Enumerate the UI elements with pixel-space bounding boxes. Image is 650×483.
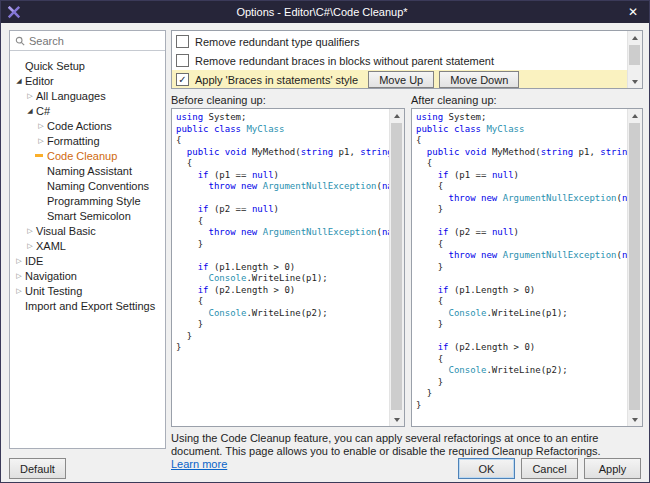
tree-item-label: Formatting <box>47 135 100 147</box>
before-code: using System;public class MyClass{ publi… <box>172 109 389 426</box>
checkbox-unchecked-icon[interactable] <box>176 35 189 48</box>
search-icon <box>15 36 25 46</box>
scroll-up-icon[interactable] <box>628 31 642 44</box>
tree-item-label: Code Actions <box>47 120 112 132</box>
tree-item-formatting[interactable]: ▷Formatting <box>10 133 165 148</box>
scrollbar-thumb[interactable] <box>629 123 640 410</box>
tree-collapsed-icon[interactable]: ▷ <box>24 227 36 235</box>
before-scrollbar[interactable] <box>389 109 404 426</box>
tree-collapsed-icon[interactable]: ▷ <box>13 257 25 265</box>
tree-item-label: C# <box>36 105 50 117</box>
before-panel-label: Before cleaning up: <box>171 94 266 106</box>
tree-item-import-and-export-settings[interactable]: Import and Export Settings <box>10 298 165 313</box>
dialog-button-row: OK Cancel Apply <box>458 458 641 479</box>
tree-item-quick-setup[interactable]: Quick Setup <box>10 58 165 73</box>
rule-label: Remove redundant braces in blocks withou… <box>195 55 494 67</box>
tree-item-label: Visual Basic <box>36 225 96 237</box>
rules-scrollbar[interactable] <box>627 31 642 88</box>
tree-item-label: XAML <box>36 240 66 252</box>
tree-item-code-actions[interactable]: ▷Code Actions <box>10 118 165 133</box>
tree-collapsed-icon[interactable]: ▷ <box>13 287 25 295</box>
tree-item-navigation[interactable]: ▷Navigation <box>10 268 165 283</box>
tree-item-label: Navigation <box>25 270 77 282</box>
tree-item-ide[interactable]: ▷IDE <box>10 253 165 268</box>
after-panel-label: After cleaning up: <box>411 94 497 106</box>
scrollbar-thumb[interactable] <box>629 45 640 65</box>
tree-item-programming-style[interactable]: Programming Style <box>10 193 165 208</box>
tree-item-all-languages[interactable]: ▷All Languages <box>10 88 165 103</box>
options-dialog: Options - Editor\C#\Code Cleanup* ✕ Quic… <box>0 0 650 483</box>
rule-label: Remove redundant type qualifiers <box>195 36 359 48</box>
tree-collapsed-icon[interactable]: ▷ <box>35 137 47 145</box>
tree-item-label: Naming Assistant <box>47 165 132 177</box>
tree-expanded-icon[interactable]: ◢ <box>13 77 25 85</box>
scroll-down-icon[interactable] <box>628 75 642 88</box>
tree-item-visual-basic[interactable]: ▷Visual Basic <box>10 223 165 238</box>
after-code: using System;public class MyClass{ publi… <box>412 109 627 426</box>
tree-item-editor[interactable]: ◢Editor <box>10 73 165 88</box>
tree-item-label: All Languages <box>36 90 106 102</box>
rule-row[interactable]: Remove redundant type qualifiers <box>172 32 627 51</box>
scroll-down-icon[interactable] <box>628 413 642 426</box>
before-code-panel: using System;public class MyClass{ publi… <box>171 108 405 427</box>
learn-more-link[interactable]: Learn more <box>171 458 227 471</box>
tree-item-label: Editor <box>25 75 54 87</box>
rule-row[interactable]: Remove redundant braces in blocks withou… <box>172 51 627 70</box>
rule-row[interactable]: ✓Apply 'Braces in statements' styleMove … <box>172 70 627 88</box>
tree-item-label: Programming Style <box>47 195 141 207</box>
tree-item-c#[interactable]: ◢C# <box>10 103 165 118</box>
description-text: Using the Code Cleanup feature, you can … <box>171 432 601 457</box>
move-up-button[interactable]: Move Up <box>368 71 434 88</box>
after-scrollbar[interactable] <box>627 109 642 426</box>
tree-item-unit-testing[interactable]: ▷Unit Testing <box>10 283 165 298</box>
tree-expanded-icon[interactable]: ◢ <box>24 107 36 115</box>
search-input[interactable] <box>29 35 160 47</box>
scrollbar-thumb[interactable] <box>391 123 402 410</box>
selected-item-marker <box>35 154 47 157</box>
tree-item-xaml[interactable]: ▷XAML <box>10 238 165 253</box>
tree-item-naming-conventions[interactable]: Naming Conventions <box>10 178 165 193</box>
tree-collapsed-icon[interactable]: ▷ <box>35 122 47 130</box>
scroll-up-icon[interactable] <box>628 109 642 122</box>
tree-collapsed-icon[interactable]: ▷ <box>24 92 36 100</box>
tree-item-label: IDE <box>25 255 43 267</box>
title-bar[interactable]: Options - Editor\C#\Code Cleanup* ✕ <box>1 1 649 23</box>
cleanup-rules: Remove redundant type qualifiersRemove r… <box>171 30 643 89</box>
checkbox-unchecked-icon[interactable] <box>176 54 189 67</box>
tree-item-label: Smart Semicolon <box>47 210 131 222</box>
scroll-up-icon[interactable] <box>390 109 404 122</box>
window-title: Options - Editor\C#\Code Cleanup* <box>21 6 623 18</box>
move-down-button[interactable]: Move Down <box>439 71 519 88</box>
after-code-panel: using System;public class MyClass{ publi… <box>411 108 643 427</box>
tree-item-label: Import and Export Settings <box>25 300 155 312</box>
tree-item-code-cleanup[interactable]: Code Cleanup <box>10 148 165 163</box>
scroll-down-icon[interactable] <box>390 413 404 426</box>
tree-item-label: Quick Setup <box>25 60 85 72</box>
close-icon[interactable]: ✕ <box>623 5 643 19</box>
tree-item-label: Unit Testing <box>25 285 82 297</box>
tree-item-smart-semicolon[interactable]: Smart Semicolon <box>10 208 165 223</box>
search-box[interactable] <box>10 31 165 51</box>
tree-collapsed-icon[interactable]: ▷ <box>24 242 36 250</box>
sidebar: Quick Setup◢Editor▷All Languages◢C#▷Code… <box>9 30 166 449</box>
tree-item-label: Code Cleanup <box>47 150 117 162</box>
default-button[interactable]: Default <box>9 458 66 479</box>
cancel-button[interactable]: Cancel <box>521 458 578 479</box>
tree-item-label: Naming Conventions <box>47 180 149 192</box>
rule-label: Apply 'Braces in statements' style <box>195 74 358 86</box>
options-tree: Quick Setup◢Editor▷All Languages◢C#▷Code… <box>10 51 165 313</box>
checkbox-checked-icon[interactable]: ✓ <box>176 73 189 86</box>
tree-item-naming-assistant[interactable]: Naming Assistant <box>10 163 165 178</box>
apply-button[interactable]: Apply <box>584 458 641 479</box>
ok-button[interactable]: OK <box>458 458 515 479</box>
tree-collapsed-icon[interactable]: ▷ <box>13 272 25 280</box>
app-logo-icon <box>7 5 21 19</box>
cleanup-rules-list: Remove redundant type qualifiersRemove r… <box>172 32 627 88</box>
